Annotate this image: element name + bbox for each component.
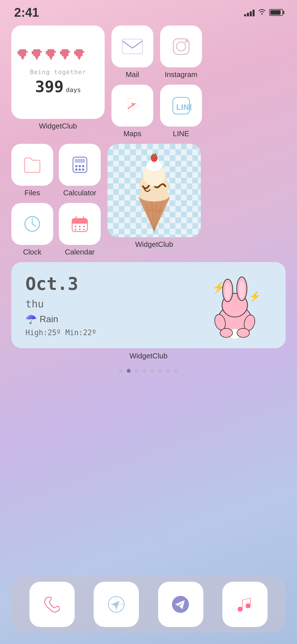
page-dots: [11, 369, 286, 373]
svg-rect-74: [67, 49, 68, 51]
svg-rect-75: [68, 51, 70, 53]
status-time: 2:41: [14, 5, 39, 20]
row3: Oct.3 thu ☂️ Rain High:25º Min:22º ⚡ ⚡: [11, 262, 286, 360]
svg-rect-71: [62, 51, 63, 53]
app-item-calendar[interactable]: Calendar: [59, 203, 101, 256]
svg-rect-96: [81, 49, 83, 51]
svg-rect-106: [76, 54, 78, 56]
svg-rect-3: [21, 49, 23, 51]
dot-6: [166, 369, 170, 373]
weather-widget-label: WidgetClub: [11, 352, 286, 360]
svg-rect-45: [46, 51, 48, 53]
svg-rect-38: [35, 54, 37, 56]
svg-rect-65: [51, 56, 53, 58]
svg-rect-94: [78, 51, 79, 53]
svg-rect-54: [51, 51, 53, 53]
dot-0: [119, 369, 123, 373]
svg-rect-19: [24, 54, 26, 56]
svg-rect-103: [81, 53, 83, 54]
svg-point-136: [75, 226, 76, 227]
svg-text:Ice Cream: Ice Cream: [147, 209, 163, 213]
dock-item-music[interactable]: [222, 582, 268, 627]
svg-rect-6: [21, 51, 23, 53]
safari-icon: [94, 582, 139, 627]
row2: Files Calculator: [11, 144, 286, 256]
svg-text:⚡: ⚡: [249, 290, 261, 302]
instagram-icon: [160, 25, 202, 67]
weather-left: Oct.3 thu ☂️ Rain High:25º Min:22º: [25, 273, 96, 337]
svg-rect-84: [62, 54, 63, 56]
svg-rect-67: [60, 51, 62, 53]
svg-rect-97: [83, 51, 84, 53]
svg-rect-37: [38, 53, 40, 54]
dock-item-phone[interactable]: [29, 582, 75, 627]
widgetclub-counter-widget[interactable]: Being together 399 days WidgetClub: [11, 25, 105, 130]
svg-rect-7: [23, 49, 24, 51]
dot-5: [158, 369, 162, 373]
ice-cream-widget-label: WidgetClub: [135, 240, 173, 249]
bunny-area: ⚡ ⚡: [192, 274, 272, 336]
app-item-mail[interactable]: Mail: [111, 25, 153, 79]
svg-rect-32: [37, 51, 38, 53]
svg-rect-87: [65, 56, 67, 58]
line-label: LINE: [173, 129, 189, 138]
svg-rect-36: [37, 53, 38, 54]
svg-rect-9: [26, 51, 28, 53]
svg-rect-29: [37, 49, 38, 51]
svg-rect-100: [76, 53, 78, 54]
ice-cream-widget-col[interactable]: Ice Cream WidgetClub: [107, 144, 201, 249]
svg-rect-20: [21, 56, 23, 58]
svg-point-141: [83, 229, 85, 230]
svg-rect-21: [23, 56, 24, 58]
app-item-maps[interactable]: Maps: [111, 85, 153, 138]
svg-rect-79: [63, 53, 65, 54]
svg-rect-34: [33, 53, 35, 54]
svg-point-164: [239, 281, 245, 299]
svg-rect-33: [38, 51, 40, 53]
svg-rect-57: [49, 53, 51, 54]
svg-rect-15: [24, 53, 26, 54]
svg-rect-109: [79, 56, 81, 58]
svg-point-122: [75, 165, 78, 167]
svg-rect-78: [62, 53, 63, 54]
svg-rect-40: [33, 54, 35, 56]
svg-rect-17: [23, 54, 24, 56]
svg-rect-82: [63, 54, 65, 56]
app-item-files[interactable]: Files: [11, 144, 53, 197]
app-item-instagram[interactable]: Instagram: [160, 25, 202, 79]
svg-rect-104: [78, 54, 79, 56]
svg-rect-76: [65, 51, 67, 53]
svg-rect-51: [51, 49, 53, 51]
app-item-line[interactable]: LINE LINE: [160, 85, 202, 138]
svg-rect-23: [32, 51, 33, 53]
svg-rect-26: [32, 53, 33, 54]
clock-label: Clock: [23, 248, 41, 256]
svg-rect-44: [36, 58, 38, 59]
weather-condition-row: ☂️ Rain: [25, 314, 96, 324]
svg-rect-11: [24, 51, 26, 53]
svg-point-137: [79, 226, 81, 227]
svg-point-127: [82, 168, 84, 171]
svg-rect-8: [24, 49, 26, 51]
dock-item-telegram[interactable]: [158, 582, 203, 627]
svg-rect-12: [19, 53, 21, 54]
app-item-calculator[interactable]: Calculator: [59, 144, 101, 197]
svg-rect-43: [37, 56, 38, 58]
svg-rect-56: [48, 53, 49, 54]
app-item-clock[interactable]: Clock: [11, 203, 53, 256]
dock-item-safari[interactable]: [94, 582, 139, 627]
svg-rect-46: [48, 49, 49, 51]
svg-rect-62: [48, 54, 49, 56]
svg-rect-10: [23, 51, 24, 53]
maps-label: Maps: [123, 129, 141, 138]
svg-point-140: [79, 229, 81, 230]
svg-point-162: [225, 283, 231, 300]
svg-rect-121: [75, 159, 85, 163]
svg-rect-92: [74, 53, 76, 54]
svg-rect-60: [49, 54, 51, 56]
svg-rect-27: [33, 51, 35, 53]
svg-marker-142: [139, 198, 170, 232]
weather-widget[interactable]: Oct.3 thu ☂️ Rain High:25º Min:22º ⚡ ⚡: [11, 262, 286, 348]
widget-day-count: 399 days: [35, 77, 81, 96]
svg-rect-101: [78, 53, 79, 54]
